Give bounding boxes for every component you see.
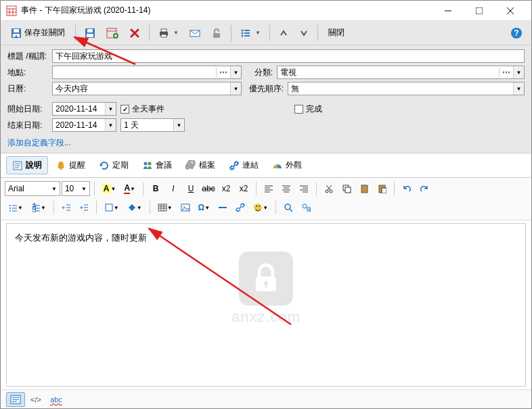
find-button[interactable] xyxy=(280,199,296,216)
end-date-input[interactable]: 2020-11-14 ▼ xyxy=(52,118,116,132)
prev-button[interactable] xyxy=(274,24,293,43)
fill-color-button[interactable]: ▼ xyxy=(124,199,146,216)
font-color-button[interactable]: A▼ xyxy=(120,181,139,197)
svg-rect-22 xyxy=(161,34,167,37)
tab-appearance-label: 外觀 xyxy=(286,160,302,171)
duration-select[interactable]: 1 天 ▼ xyxy=(120,118,185,132)
view-spellcheck-button[interactable]: abc xyxy=(47,392,66,407)
next-button[interactable] xyxy=(294,24,313,43)
copy-button[interactable] xyxy=(338,181,355,197)
italic-button[interactable]: I xyxy=(165,181,181,197)
window-title: 事件 - 下午回家玩游戏 (2020-11-14) xyxy=(21,5,433,16)
end-date-label: 结束日期: xyxy=(7,120,48,131)
view-source-button[interactable]: </> xyxy=(26,392,45,407)
save-button[interactable] xyxy=(80,24,100,43)
editor-body[interactable]: anxz.com 今天发布新的游戏内容，随时更新 xyxy=(6,223,526,387)
link-button[interactable] xyxy=(232,199,248,216)
category-select[interactable]: 電視 ⋯ ▼ xyxy=(277,66,525,79)
chevron-down-icon: ▼ xyxy=(81,186,87,192)
replace-button[interactable]: ab xyxy=(298,199,314,216)
tab-links[interactable]: 連結 xyxy=(223,156,265,174)
highlight-button[interactable]: A▼ xyxy=(99,181,120,197)
svg-rect-11 xyxy=(14,29,19,32)
tab-files-label: 檔案 xyxy=(199,160,215,171)
title-input[interactable] xyxy=(52,49,525,63)
table-button[interactable]: ▼ xyxy=(154,199,176,216)
chevron-down-icon: ▼ xyxy=(230,82,241,95)
minimize-button[interactable] xyxy=(433,1,464,21)
add-custom-field-link[interactable]: 添加自定義字段... xyxy=(7,137,71,149)
completed-checkbox[interactable]: 完成 xyxy=(294,103,322,115)
paste-button[interactable] xyxy=(356,181,372,197)
bold-button[interactable]: B xyxy=(148,181,164,197)
svg-point-62 xyxy=(9,205,11,206)
email-button[interactable] xyxy=(185,24,205,43)
bullet-list-button[interactable]: ▼ xyxy=(5,199,26,216)
emoji-button[interactable]: ▼ xyxy=(250,199,271,216)
completed-label: 完成 xyxy=(306,103,322,115)
tab-appearance[interactable]: 外觀 xyxy=(266,156,308,174)
help-button[interactable]: ? xyxy=(506,24,527,43)
chevron-down-icon: ▼ xyxy=(255,30,261,36)
undo-button[interactable] xyxy=(399,181,415,197)
save-new-button[interactable] xyxy=(102,24,123,43)
category-label: 分類: xyxy=(246,67,273,78)
maximize-button[interactable] xyxy=(464,1,495,21)
tab-recurrence[interactable]: 定期 xyxy=(93,156,135,174)
svg-point-66 xyxy=(9,210,11,212)
save-and-close-button[interactable]: 保存並關閉 xyxy=(5,24,71,43)
calendar-select[interactable]: 今天内容 ▼ xyxy=(52,82,242,95)
close-window-button[interactable] xyxy=(495,1,526,21)
hr-button[interactable] xyxy=(215,199,231,216)
tab-reminder[interactable]: 提醒 xyxy=(49,156,91,174)
tab-meeting[interactable]: 會議 xyxy=(136,156,178,174)
print-button[interactable]: ▼ xyxy=(154,24,183,43)
start-date-input[interactable]: 2020-11-14 ▼ xyxy=(52,102,116,116)
main-toolbar: 保存並關閉 ▼ ▼ 關閉 ? xyxy=(1,21,531,45)
tab-description[interactable]: 說明 xyxy=(6,156,48,174)
delete-button[interactable] xyxy=(125,24,145,43)
align-center-button[interactable] xyxy=(278,181,294,197)
svg-rect-21 xyxy=(161,29,167,32)
tab-reminder-label: 提醒 xyxy=(69,160,85,171)
allday-checkbox[interactable]: ✓ 全天事件 xyxy=(120,103,164,115)
superscript-button[interactable]: x2 xyxy=(218,181,234,197)
editor-content[interactable]: 今天发布新的游戏内容，随时更新 xyxy=(15,232,517,244)
location-label: 地點: xyxy=(7,67,48,78)
cut-button[interactable] xyxy=(321,181,337,197)
paste-special-button[interactable] xyxy=(374,181,390,197)
priority-select[interactable]: 無 ▼ xyxy=(288,82,525,95)
tab-files[interactable]: 檔案 xyxy=(179,156,221,174)
strikethrough-button[interactable]: abc xyxy=(200,181,217,197)
font-size-select[interactable]: 10 ▼ xyxy=(62,181,90,196)
image-button[interactable] xyxy=(177,199,194,216)
align-right-button[interactable] xyxy=(296,181,312,197)
font-name-select[interactable]: Arial ▼ xyxy=(5,181,60,196)
subscript-button[interactable]: x2 xyxy=(236,181,252,197)
checkbox-checked-icon: ✓ xyxy=(120,105,129,114)
start-date-value: 2020-11-14 xyxy=(53,104,105,114)
view-rich-button[interactable] xyxy=(6,392,25,407)
list-button[interactable]: ▼ xyxy=(236,24,265,43)
location-select[interactable]: ⋯ ▼ xyxy=(52,66,242,79)
svg-point-91 xyxy=(259,206,260,207)
editor-toolbar: Arial ▼ 10 ▼ A▼ A▼ B I U abc x2 x2 ▼ 123… xyxy=(1,178,531,220)
svg-point-98 xyxy=(264,281,268,285)
tab-links-label: 連結 xyxy=(242,160,259,171)
underline-button[interactable]: U xyxy=(183,181,199,197)
svg-rect-13 xyxy=(87,34,93,37)
align-left-button[interactable] xyxy=(261,181,277,197)
chevron-down-icon: ▼ xyxy=(51,186,57,192)
chevron-down-icon: ▼ xyxy=(173,119,184,131)
border-button[interactable]: ▼ xyxy=(101,199,123,216)
redo-button[interactable] xyxy=(416,181,433,197)
tab-description-label: 說明 xyxy=(26,160,42,171)
close-button[interactable]: 關閉 xyxy=(322,24,351,43)
symbol-button[interactable]: Ω▼ xyxy=(195,199,214,216)
chevron-down-icon: ▼ xyxy=(105,103,116,115)
outdent-button[interactable] xyxy=(58,199,74,216)
indent-button[interactable] xyxy=(76,199,92,216)
lock-button[interactable] xyxy=(206,24,227,43)
number-list-button[interactable]: 123▼ xyxy=(28,199,49,216)
svg-rect-81 xyxy=(158,204,167,211)
